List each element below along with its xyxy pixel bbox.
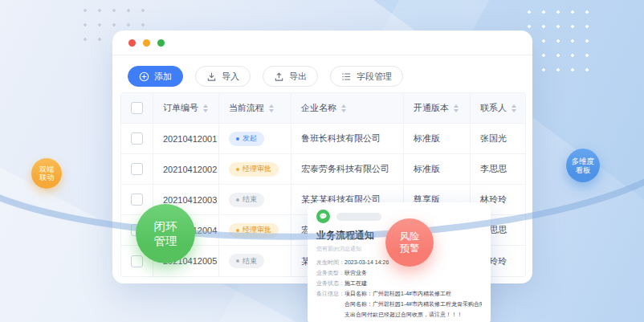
sort-icon[interactable] <box>512 104 516 112</box>
table-row: 20210412002经理审批宏泰劳务科技有限公司标准版李思思 <box>121 154 525 185</box>
table-row: 20210412001发起鲁班长科技有限公司标准版张国光 <box>121 124 525 154</box>
list-icon <box>341 71 352 82</box>
cell-process: 发起 <box>219 124 291 154</box>
badge-risk-warning: 风险 预警 <box>385 218 434 267</box>
cell-process: 经理审批 <box>219 154 291 185</box>
field-label: 业务类型： <box>316 270 344 275</box>
process-status-label: 经理审批 <box>243 164 271 174</box>
column-header-version[interactable]: 开通版本 <box>404 93 471 124</box>
notification-field: 业务类型：联营业务 <box>316 267 482 278</box>
cell-contact: 李思思 <box>471 154 525 185</box>
export-button-label: 导出 <box>289 71 307 83</box>
badge-text: 风险 <box>400 230 419 243</box>
status-dot <box>236 168 239 171</box>
cell-process: 结束 <box>219 246 291 276</box>
process-status-badge: 经理审批 <box>229 223 279 238</box>
wechat-chat-icon <box>316 210 330 223</box>
notification-extra-line: 合同名称：广州碧桂园1-4#市内精装修工程龙骨采购合同 <box>316 299 482 309</box>
field-label: 备注信息： <box>316 291 344 296</box>
process-status-badge: 结束 <box>229 254 264 268</box>
import-icon <box>206 71 217 82</box>
process-status-label: 结束 <box>243 256 257 267</box>
badge-text: 管理 <box>154 234 177 248</box>
row-checkbox[interactable] <box>131 132 143 145</box>
cell-company: 鲁班长科技有限公司 <box>291 124 404 154</box>
badge-text: 联动 <box>39 173 54 182</box>
badge-text: 预警 <box>400 243 419 255</box>
badge-text: 多维度 <box>572 157 595 166</box>
row-select-cell <box>121 154 153 185</box>
badge-text: 双端 <box>39 165 54 174</box>
sort-icon[interactable] <box>203 104 208 112</box>
column-header-process[interactable]: 当前流程 <box>219 93 291 124</box>
header-cell-select <box>121 93 153 124</box>
row-checkbox[interactable] <box>131 163 143 175</box>
add-button-label: 添加 <box>154 71 172 83</box>
column-header-label: 开通版本 <box>414 102 449 114</box>
import-button[interactable]: 导入 <box>195 66 251 87</box>
row-checkbox[interactable] <box>131 194 143 206</box>
status-dot <box>236 137 239 141</box>
column-header-label: 订单编号 <box>163 102 198 114</box>
field-value: 2023-03-14 14:26 <box>344 259 389 265</box>
field-management-button-label: 字段管理 <box>357 71 392 83</box>
cell-order-no: 20210412002 <box>153 154 219 185</box>
feature-banner: 添加 导入 导出 字段管理 <box>0 0 644 322</box>
process-status-badge: 经理审批 <box>229 162 279 177</box>
field-label: 业务状态： <box>316 280 344 286</box>
cell-company: 宏泰劳务科技有限公司 <box>291 154 404 185</box>
column-header-label: 当前流程 <box>229 102 264 114</box>
badge-dual-end-linkage: 双端 联动 <box>31 158 62 189</box>
dot-grid-decoration <box>522 5 597 72</box>
row-checkbox[interactable] <box>131 255 143 267</box>
maximize-window-dot[interactable] <box>157 39 165 47</box>
column-header-company[interactable]: 企业名称 <box>291 93 404 124</box>
field-management-button[interactable]: 字段管理 <box>330 66 403 87</box>
notification-field: 备注信息：项目名称：广州碧桂园1-4#市内精装修工程 <box>316 288 482 299</box>
add-button[interactable]: 添加 <box>128 66 183 87</box>
export-icon <box>274 71 284 82</box>
plus-circle-icon <box>139 71 149 82</box>
sort-icon[interactable] <box>341 104 346 112</box>
notification-fields: 发生时间：2023-03-14 14:26业务类型：联营业务业务状态：施工在建备… <box>316 257 482 320</box>
badge-multi-dimension-kanban: 多维度 看板 <box>566 149 600 182</box>
sort-icon[interactable] <box>454 104 459 112</box>
column-header-contact[interactable]: 联系人 <box>471 93 525 124</box>
badge-text: 闭环 <box>154 219 177 234</box>
cell-version: 标准版 <box>404 154 471 185</box>
column-header-label: 联系人 <box>480 102 507 114</box>
status-dot <box>236 198 239 202</box>
notification-extra-line: 支出合同付款已经超过合同收票，请注意！！！ <box>316 309 482 320</box>
process-status-badge: 结束 <box>229 193 264 207</box>
column-header-label: 企业名称 <box>301 102 336 114</box>
cell-process: 结束 <box>219 185 291 215</box>
field-value: 联营业务 <box>344 270 367 275</box>
badge-text: 看板 <box>576 165 591 175</box>
row-select-cell <box>121 124 153 154</box>
import-button-label: 导入 <box>222 71 239 83</box>
badge-closed-loop-management: 闭环 管理 <box>136 204 195 263</box>
column-header-order-no[interactable]: 订单编号 <box>153 93 219 124</box>
cell-process: 经理审批 <box>219 215 291 246</box>
cell-order-no: 20210412001 <box>153 124 219 154</box>
minimize-window-dot[interactable] <box>143 39 150 47</box>
status-dot <box>236 259 239 263</box>
close-window-dot[interactable] <box>128 39 136 47</box>
status-dot <box>236 229 239 232</box>
export-button[interactable]: 导出 <box>263 66 318 87</box>
cell-contact: 张国光 <box>471 124 525 154</box>
field-value: 施工在建 <box>344 280 367 286</box>
process-status-badge: 发起 <box>229 132 264 146</box>
field-value: 项目名称：广州碧桂园1-4#市内精装修工程 <box>344 291 451 296</box>
window-titlebar <box>112 31 532 55</box>
table-toolbar: 添加 导入 导出 字段管理 <box>112 55 532 87</box>
notification-field: 业务状态：施工在建 <box>316 278 482 288</box>
cell-version: 标准版 <box>404 124 471 154</box>
table-header-row: 订单编号当前流程企业名称开通版本联系人 <box>121 93 525 124</box>
process-status-label: 发起 <box>243 133 257 144</box>
process-status-label: 经理审批 <box>243 225 271 235</box>
sender-placeholder-bar <box>336 213 381 221</box>
select-all-checkbox[interactable] <box>131 102 143 114</box>
process-status-label: 结束 <box>243 194 257 205</box>
sort-icon[interactable] <box>269 104 274 112</box>
